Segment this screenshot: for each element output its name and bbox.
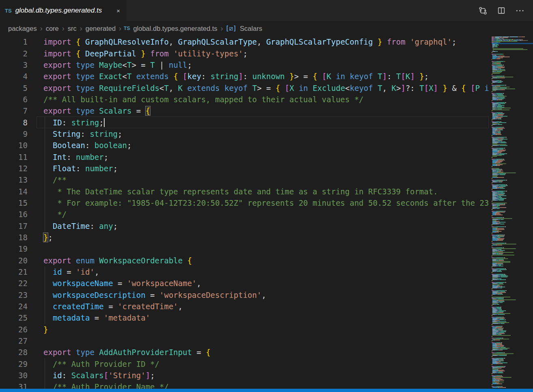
line-number[interactable]: 16 [0, 210, 28, 219]
line-number[interactable]: 5 [0, 84, 28, 93]
code-line[interactable]: 1import { GraphQLResolveInfo, GraphQLSca… [0, 36, 489, 47]
code-line[interactable]: 8 ID: string; [0, 116, 489, 128]
code-text[interactable]: export type RequireFields<T, K extends k… [28, 82, 489, 93]
code-text[interactable]: /** [28, 174, 489, 185]
breadcrumb-item-file[interactable]: global.db.types.generated.ts [132, 25, 218, 32]
code-text[interactable]: Boolean: boolean; [28, 140, 489, 151]
code-text[interactable] [28, 335, 489, 347]
code-text[interactable]: export type Exact<T extends { [key: stri… [28, 71, 489, 82]
code-line[interactable]: 31 /** Auth Provider Name */ [0, 381, 489, 389]
line-number[interactable]: 11 [0, 153, 28, 162]
code-text[interactable]: metadata = 'metadata' [28, 312, 489, 323]
code-text[interactable]: /** Auth Provider Name */ [28, 381, 489, 389]
line-number[interactable]: 29 [0, 360, 28, 368]
code-text[interactable]: id = 'id', [28, 266, 489, 278]
split-editor-icon[interactable] [495, 4, 508, 17]
line-number[interactable]: 27 [0, 336, 28, 345]
line-number[interactable]: 3 [0, 60, 28, 69]
code-text[interactable]: Int: number; [28, 151, 489, 162]
code-line[interactable]: 7export type Scalars = { [0, 105, 489, 116]
line-number[interactable]: 6 [0, 95, 28, 104]
code-line[interactable]: 4export type Exact<T extends { [key: str… [0, 71, 489, 82]
code-line[interactable]: 10 Boolean: boolean; [0, 140, 489, 151]
line-number[interactable]: 20 [0, 256, 28, 265]
code-text[interactable]: workspaceDescription = 'workspaceDescrip… [28, 289, 489, 301]
code-text[interactable]: workspaceName = 'workspaceName', [28, 278, 489, 289]
line-number[interactable]: 12 [0, 164, 28, 173]
code-text[interactable]: id: Scalars['String']; [28, 370, 489, 381]
line-number[interactable]: 28 [0, 348, 28, 357]
code-line[interactable]: 16 */ [0, 209, 489, 220]
code-line[interactable]: 19 [0, 243, 489, 254]
code-text[interactable]: DateTime: any; [28, 220, 489, 232]
breadcrumb-item-core[interactable]: core [45, 25, 60, 32]
code-line[interactable]: 29 /** Auth Provider ID */ [0, 358, 489, 370]
line-number[interactable]: 1 [0, 37, 28, 46]
code-line[interactable]: 27 [0, 335, 489, 347]
code-text[interactable]: export type AddAuthProviderInput = { [28, 347, 489, 358]
code-text[interactable]: /** Auth Provider ID */ [28, 358, 489, 370]
tab-global-db-types-generated[interactable]: TS global.db.types.generated.ts × [0, 0, 127, 21]
line-number[interactable]: 7 [0, 106, 28, 115]
code-line[interactable]: 24 createdTime = 'createdTime', [0, 301, 489, 312]
code-line[interactable]: 25 metadata = 'metadata' [0, 312, 489, 323]
code-text[interactable]: } [28, 324, 489, 335]
code-line[interactable]: 18}; [0, 232, 489, 243]
code-line[interactable]: 12 Float: number; [0, 163, 489, 174]
line-number[interactable]: 18 [0, 233, 28, 242]
code-text[interactable]: }; [28, 232, 489, 243]
code-text[interactable]: ID: string; [28, 116, 489, 128]
code-line[interactable]: 3export type Maybe<T> = T | null; [0, 59, 489, 71]
code-line[interactable]: 26} [0, 324, 489, 335]
line-number[interactable]: 9 [0, 129, 28, 138]
minimap[interactable] [492, 37, 533, 388]
line-number[interactable]: 23 [0, 291, 28, 299]
line-number[interactable]: 2 [0, 49, 28, 58]
code-text[interactable]: * The DateTime scalar type represents da… [28, 185, 489, 197]
line-number[interactable]: 4 [0, 72, 28, 81]
code-line[interactable]: 22 workspaceName = 'workspaceName', [0, 278, 489, 289]
code-text[interactable]: createdTime = 'createdTime', [28, 301, 489, 312]
code-line[interactable]: 2import { DeepPartial } from 'utility-ty… [0, 47, 489, 59]
code-line[interactable]: 11 Int: number; [0, 151, 489, 162]
line-number[interactable]: 22 [0, 279, 28, 288]
code-line[interactable]: 30 id: Scalars['String']; [0, 370, 489, 381]
code-text[interactable]: */ [28, 209, 489, 220]
code-line[interactable]: 17 DateTime: any; [0, 220, 489, 232]
code-text[interactable]: export enum WorkspaceOrderable { [28, 255, 489, 266]
code-text[interactable]: /** All built-in and custom scalars, map… [28, 94, 489, 105]
code-line[interactable]: 13 /** [0, 174, 489, 185]
code-line[interactable]: 28export type AddAuthProviderInput = { [0, 347, 489, 358]
close-tab-icon[interactable]: × [115, 6, 122, 15]
code-text[interactable]: * For example: "1985-04-12T23:20:50.52Z"… [28, 197, 489, 209]
code-line[interactable]: 6/** All built-in and custom scalars, ma… [0, 94, 489, 105]
line-number[interactable]: 19 [0, 244, 28, 253]
open-changes-icon[interactable] [476, 4, 489, 17]
code-line[interactable]: 5export type RequireFields<T, K extends … [0, 82, 489, 93]
code-line[interactable]: 23 workspaceDescription = 'workspaceDesc… [0, 289, 489, 301]
code-line[interactable]: 21 id = 'id', [0, 266, 489, 278]
line-number[interactable]: 21 [0, 267, 28, 276]
line-number[interactable]: 8 [0, 118, 28, 127]
code-text[interactable]: export type Scalars = { [28, 105, 489, 116]
breadcrumb-item-generated[interactable]: generated [85, 25, 116, 32]
line-number[interactable]: 30 [0, 371, 28, 380]
line-number[interactable]: 31 [0, 382, 28, 389]
line-number[interactable]: 14 [0, 187, 28, 196]
code-line[interactable]: 9 String: string; [0, 128, 489, 140]
line-number[interactable]: 15 [0, 198, 28, 207]
line-number[interactable]: 24 [0, 302, 28, 311]
more-actions-icon[interactable]: ⋯ [514, 4, 527, 17]
code-text[interactable]: import { DeepPartial } from 'utility-typ… [28, 47, 489, 59]
line-number[interactable]: 10 [0, 141, 28, 150]
code-text[interactable] [28, 243, 489, 254]
code-line[interactable]: 14 * The DateTime scalar type represents… [0, 185, 489, 197]
line-number[interactable]: 26 [0, 325, 28, 334]
code-text[interactable]: String: string; [28, 128, 489, 140]
code-text[interactable]: import { GraphQLResolveInfo, GraphQLScal… [28, 36, 489, 47]
code-text[interactable]: export type Maybe<T> = T | null; [28, 59, 489, 71]
line-number[interactable]: 25 [0, 313, 28, 322]
code-text[interactable]: Float: number; [28, 163, 489, 174]
breadcrumb-item-packages[interactable]: packages [7, 25, 38, 32]
line-number[interactable]: 17 [0, 222, 28, 230]
